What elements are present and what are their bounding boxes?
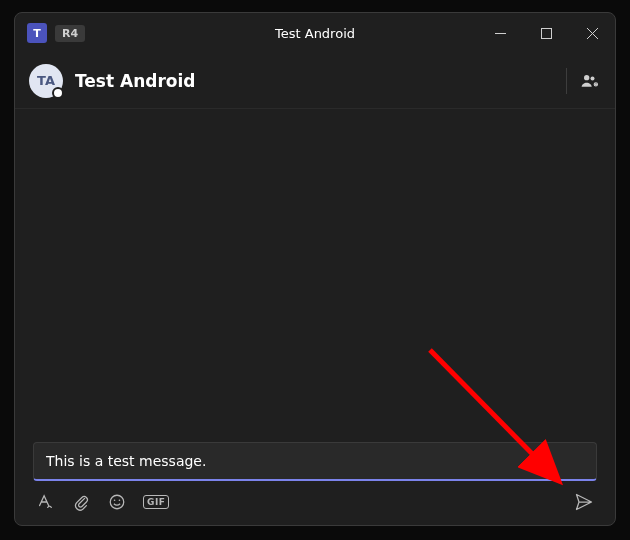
compose-toolbar: GIF — [15, 481, 615, 525]
svg-point-5 — [591, 76, 595, 80]
titlebar: T R4 Test Android — [15, 13, 615, 53]
emoji-button[interactable] — [107, 492, 127, 512]
avatar[interactable]: TA — [29, 64, 63, 98]
divider — [566, 68, 567, 94]
maximize-icon — [541, 28, 552, 39]
chat-header: TA Test Android — [15, 53, 615, 109]
add-people-icon — [580, 71, 600, 91]
compose-box[interactable] — [33, 442, 597, 481]
svg-rect-1 — [541, 28, 551, 38]
window-controls — [477, 13, 615, 53]
minimize-icon — [495, 28, 506, 39]
send-button[interactable] — [573, 491, 595, 513]
smiley-icon — [108, 493, 126, 511]
format-button[interactable] — [35, 492, 55, 512]
paperclip-icon — [72, 493, 90, 511]
presence-indicator — [52, 87, 64, 99]
format-icon — [36, 493, 54, 511]
close-button[interactable] — [569, 13, 615, 53]
svg-point-4 — [584, 75, 589, 80]
account-badge[interactable]: R4 — [55, 25, 85, 42]
svg-point-9 — [110, 495, 124, 509]
add-people-button[interactable] — [579, 70, 601, 92]
chat-window: T R4 Test Android TA Test Android — [14, 12, 616, 526]
compose-area — [15, 442, 615, 481]
gif-button[interactable]: GIF — [143, 495, 169, 509]
svg-point-11 — [119, 499, 121, 501]
attach-button[interactable] — [71, 492, 91, 512]
minimize-button[interactable] — [477, 13, 523, 53]
chat-title: Test Android — [75, 71, 196, 91]
chat-body — [15, 109, 615, 442]
svg-point-10 — [114, 499, 116, 501]
close-icon — [587, 28, 598, 39]
avatar-initials: TA — [37, 73, 55, 88]
maximize-button[interactable] — [523, 13, 569, 53]
message-input[interactable] — [46, 453, 584, 469]
teams-app-icon-label: T — [33, 27, 41, 40]
send-icon — [574, 492, 594, 512]
teams-app-icon: T — [27, 23, 47, 43]
header-actions — [566, 68, 601, 94]
